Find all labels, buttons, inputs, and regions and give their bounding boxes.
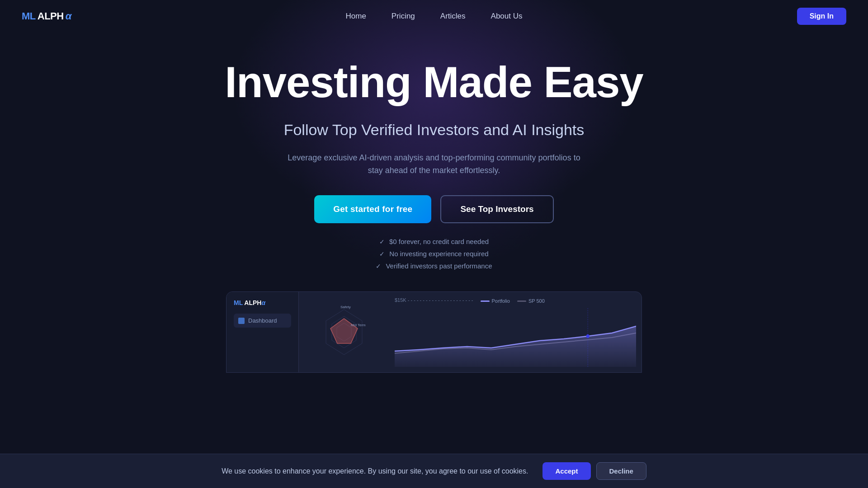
get-started-button[interactable]: Get started for free [314, 195, 431, 223]
sidebar-logo-ml: ML [234, 299, 244, 306]
legend-sp500-dot [517, 300, 526, 302]
nav-pricing[interactable]: Pricing [392, 12, 415, 21]
radar-chart: Safety Mid Term [317, 305, 371, 359]
nav-links: Home Pricing Articles About Us [346, 12, 523, 21]
feature-text-3: Verified investors past performance [386, 262, 492, 270]
cookie-buttons: Accept Decline [542, 462, 646, 480]
svg-text:Safety: Safety [340, 305, 351, 309]
dashboard-preview: ML ALPHα Dashboard Safety Mid Term [226, 291, 642, 373]
feature-text-1: $0 forever, no credit card needed [389, 238, 489, 245]
hero-subtitle: Follow Top Verified Investors and AI Ins… [0, 120, 868, 141]
hero-buttons: Get started for free See Top Investors [0, 195, 868, 223]
dashboard-content: Safety Mid Term $15K - - - - - - - - - -… [299, 292, 642, 372]
legend-sp500: SP 500 [517, 297, 545, 305]
radar-area: Safety Mid Term [299, 292, 389, 372]
nav-home[interactable]: Home [346, 12, 366, 21]
chart-area: $15K - - - - - - - - - - - - - - - - - -… [389, 292, 642, 372]
svg-marker-6 [395, 326, 636, 367]
dashboard-sidebar: ML ALPHα Dashboard [226, 292, 299, 372]
feature-list: ✓ $0 forever, no credit card needed ✓ No… [0, 238, 868, 270]
logo-ml: ML [22, 10, 36, 22]
svg-point-8 [586, 334, 590, 338]
sidebar-dashboard-item[interactable]: Dashboard [234, 314, 291, 328]
check-icon-2: ✓ [379, 250, 385, 258]
legend-portfolio-label: Portfolio [492, 298, 510, 304]
accept-button[interactable]: Accept [542, 462, 590, 480]
hero-description: Leverage exclusive AI-driven analysis an… [280, 151, 588, 178]
legend-portfolio: Portfolio [481, 297, 510, 305]
sidebar-logo-alpha: ALPH [244, 299, 261, 306]
hero-section: Investing Made Easy Follow Top Verified … [0, 33, 868, 270]
sign-in-button[interactable]: Sign In [797, 8, 846, 25]
decline-button[interactable]: Decline [596, 462, 646, 480]
logo-omega: α [66, 10, 71, 22]
legend-sp500-label: SP 500 [528, 298, 545, 304]
cookie-text: We use cookies to enhance your experienc… [222, 467, 528, 475]
legend-portfolio-dot [481, 300, 490, 302]
see-top-investors-button[interactable]: See Top Investors [440, 195, 553, 223]
feature-text-2: No investing experience required [389, 250, 488, 258]
logo-alpha: ALPH [38, 10, 64, 22]
hero-title: Investing Made Easy [0, 60, 868, 105]
sidebar-logo-omega: α [261, 299, 265, 306]
logo[interactable]: ML ALPH α [22, 10, 71, 22]
cookie-banner: We use cookies to enhance your experienc… [0, 454, 868, 488]
sidebar-logo: ML ALPHα [234, 299, 291, 306]
svg-text:Mid Term: Mid Term [351, 323, 366, 327]
feature-item-3: ✓ Verified investors past performance [376, 262, 492, 270]
check-icon-1: ✓ [379, 238, 385, 245]
feature-item-1: ✓ $0 forever, no credit card needed [379, 238, 489, 245]
chart-label-15k: $15K - - - - - - - - - - - - - - - - - -… [395, 297, 473, 303]
navbar: ML ALPH α Home Pricing Articles About Us… [0, 0, 868, 33]
check-icon-3: ✓ [376, 263, 381, 270]
dashboard-icon [238, 318, 245, 324]
chart-legend: $15K - - - - - - - - - - - - - - - - - -… [395, 297, 636, 305]
feature-item-2: ✓ No investing experience required [379, 250, 488, 258]
sidebar-dashboard-label: Dashboard [248, 317, 277, 324]
line-chart-svg [395, 308, 636, 367]
nav-about[interactable]: About Us [491, 12, 523, 21]
nav-articles[interactable]: Articles [440, 12, 466, 21]
